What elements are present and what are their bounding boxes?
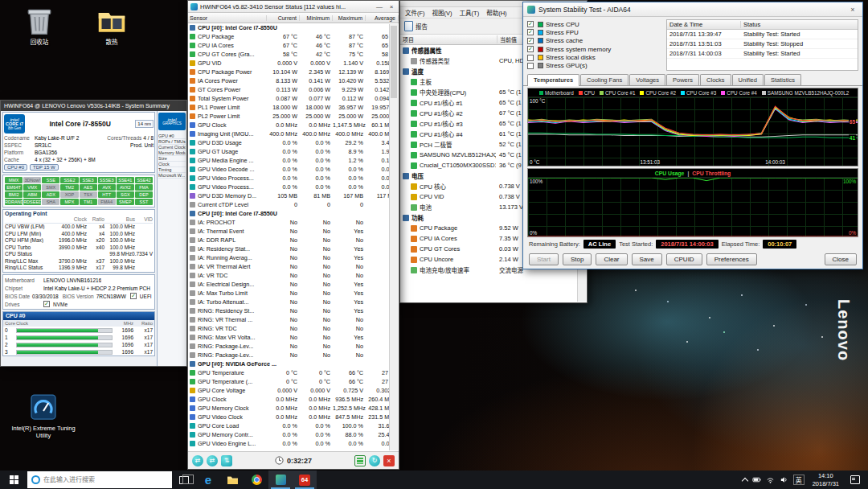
close-test-button[interactable]: Close	[825, 253, 857, 265]
sensor-row[interactable]: RING: Package-Lev...NoNoNo	[190, 351, 399, 360]
tab-temperatures[interactable]: Temperatures	[527, 74, 579, 86]
taskbar-app-aida64[interactable]	[268, 471, 293, 489]
minimize-button[interactable]: —	[375, 3, 384, 10]
tab-voltages[interactable]: Voltages	[629, 74, 665, 85]
preferences-button[interactable]: Preferences	[706, 253, 757, 265]
desktop-icon-recycle-bin[interactable]: 回收站	[6, 5, 72, 46]
taskbar-app-edge[interactable]: e	[196, 471, 220, 489]
sensor-row[interactable]: CPU Package Power10.104 W2.345 W12.139 W…	[190, 68, 399, 76]
tab-clocks[interactable]: Clocks	[700, 74, 731, 85]
col-datetime[interactable]: Date & Time	[667, 21, 741, 28]
scrollbar-thumb[interactable]	[391, 26, 397, 98]
sensor-group-header[interactable]: CPU [#0]: Intel Core i7-8550U	[190, 209, 399, 218]
taskbar-app-browser[interactable]	[244, 471, 268, 489]
sensor-row[interactable]: RING: Max VR Volta...NoNoYes	[190, 333, 399, 342]
taskbar-clock[interactable]: 14:10 2018/7/31	[809, 472, 842, 488]
menu-item[interactable]: 工具(T)	[460, 8, 480, 17]
sensor-row[interactable]: RING: Package-Lev...NoNoNo	[190, 342, 399, 351]
tab-cooling-fans[interactable]: Cooling Fans	[580, 74, 628, 85]
sensor-row[interactable]: GPU D3D Usage0.0 %0.0 %29.2 %3.4 %	[190, 138, 399, 147]
uefi-checkbox[interactable]	[130, 293, 137, 299]
log-row[interactable]: 2018/7/31 13:51:03Stability Test: Stoppe…	[667, 39, 858, 49]
sensor-row[interactable]: GPU Video Process...0.0 %0.0 %0.0 %0.0 %	[190, 174, 399, 183]
col-average[interactable]: Average	[366, 15, 399, 21]
sensor-row[interactable]: RING: Residency St...NoNoYes	[190, 306, 399, 315]
taskbar-search[interactable]	[27, 471, 172, 488]
next-page-icon[interactable]	[207, 455, 218, 466]
cpuid-button[interactable]: CPUID	[666, 253, 702, 265]
sensor-row[interactable]: RING: VR Thermal ...NoNoNo	[190, 315, 399, 324]
col-current[interactable]: Current	[267, 15, 300, 21]
sensor-window-titlebar[interactable]: HWiNFO64 v5.82-3410 Sensor Status [112 v…	[188, 1, 399, 13]
task-view-button[interactable]	[172, 471, 196, 489]
notification-center-icon[interactable]	[850, 475, 860, 484]
checkbox[interactable]	[527, 29, 534, 35]
stability-titlebar[interactable]: System Stability Test - AIDA64 ×	[523, 2, 862, 17]
sensor-row[interactable]: IA Cores Power8.133 W0.141 W10.420 W5.53…	[190, 76, 399, 85]
stress-item[interactable]: Stress FPU	[527, 28, 662, 36]
col-minimum[interactable]: Minimum	[300, 15, 333, 21]
taskbar-app-hwinfo64[interactable]: 64	[293, 471, 317, 489]
stop-button[interactable]: Stop	[563, 253, 592, 265]
start-button[interactable]	[0, 471, 27, 489]
sensor-row[interactable]: GPU VID0.000 V0.000 V1.140 V0.158 V	[190, 59, 399, 68]
sensor-row[interactable]: GPU Temperature (...0 °C0 °C66 °C27 °C	[190, 377, 399, 386]
sensor-row[interactable]: GPU Video Process...0.0 %0.0 %0.0 %0.0 %	[190, 183, 399, 191]
sensor-row[interactable]: GPU Media Engine ...0.0 %0.0 %1.2 %0.1 %	[190, 156, 399, 165]
sensor-row[interactable]: IA: PROCHOTNoNoNo	[190, 218, 399, 227]
stress-item[interactable]: Stress local disks	[527, 54, 662, 62]
start-button[interactable]: Start	[529, 253, 559, 265]
sensor-row[interactable]: RING: VR TDCNoNoNo	[190, 324, 399, 333]
sensor-row[interactable]: GPU Memory Clock0.0 MHz0.0 MHz1,252.5 MH…	[190, 404, 399, 413]
sensor-row[interactable]: GPU D3D Memory D...105 MB81 MB167 MB117 …	[190, 191, 399, 200]
close-button[interactable]: ×	[847, 6, 858, 14]
sensor-row[interactable]: CPU Package67 °C46 °C87 °C65 °C	[190, 32, 399, 41]
nvme-checkbox[interactable]	[43, 301, 50, 307]
checkbox[interactable]	[527, 38, 534, 44]
sensor-row[interactable]: Total System Power0.087 W0.077 W0.112 W0…	[190, 94, 399, 103]
sensor-row[interactable]: CPU GT Cores (Gra...58 °C42 °C75 °C58 °C	[190, 50, 399, 59]
sensor-row[interactable]: GT Cores Power0.113 W0.006 W9.229 W0.142…	[190, 85, 399, 94]
sensor-row[interactable]: PL2 Power Limit25.000 W25.000 W25.000 W2…	[190, 112, 399, 121]
sensor-row[interactable]: IA: Max Turbo LimitNoNoYes	[190, 289, 399, 298]
stress-item[interactable]: Stress system memory	[527, 45, 662, 53]
hidden-icons-chevron[interactable]	[741, 477, 747, 483]
reset-values-icon[interactable]	[354, 455, 366, 466]
report-button[interactable]: 报告	[416, 22, 428, 31]
menu-item[interactable]: 视图(V)	[432, 8, 452, 17]
sensor-row[interactable]: Current cTDP Level0000	[190, 200, 399, 209]
desktop-icon-intel-xtu[interactable]: Intel(R) Extreme Tuning Utility	[5, 391, 82, 439]
sensor-row[interactable]: Imaging Unit (IMGU...400.0 MHz400.0 MHz4…	[190, 129, 399, 138]
checkbox[interactable]	[527, 46, 534, 52]
sort-icon[interactable]	[221, 455, 232, 466]
search-input[interactable]	[43, 476, 168, 483]
sensor-row[interactable]: GPU Video Decode ...0.0 %0.0 %0.0 %0.0 %	[190, 165, 399, 174]
network-icon[interactable]	[766, 475, 775, 484]
sensor-row[interactable]: GPU Video Engine L...0.0 %0.0 %0.0 %0.0 …	[190, 439, 399, 448]
checkbox[interactable]	[527, 21, 534, 27]
sensor-row[interactable]: GPU Temperature0 °C0 °C66 °C27 °C	[190, 368, 399, 377]
checkbox[interactable]	[527, 63, 534, 69]
log-row[interactable]: 2018/7/31 14:00:03Stability Test: Starte…	[667, 49, 858, 59]
sensor-group-header[interactable]: GPU [#0]: NVIDIA GeForce ...	[190, 360, 399, 368]
taskbar-app-explorer[interactable]	[220, 471, 244, 489]
col-sensor[interactable]: Sensor	[190, 15, 267, 21]
stress-item[interactable]: Stress cache	[527, 37, 662, 45]
sensor-row[interactable]: IA: VR TDCNoNoNo	[190, 271, 399, 280]
save-button[interactable]: Save	[632, 253, 662, 265]
menu-item[interactable]: 帮助(H)	[486, 8, 506, 17]
close-button[interactable]: ×	[387, 3, 396, 10]
refresh-icon[interactable]	[369, 455, 380, 466]
battery-icon[interactable]	[752, 475, 761, 484]
col-status[interactable]: Status	[741, 21, 858, 28]
sensor-row[interactable]: IA: DDR RAPLNoNoNo	[190, 236, 399, 244]
desktop-icon-folder[interactable]: 散热	[79, 5, 145, 46]
summary-window-titlebar[interactable]: HWINFO64 @ LENOVO Lenovo V530s-14IKB - S…	[1, 101, 186, 111]
menu-item[interactable]: 文件(F)	[405, 8, 425, 17]
sensor-row[interactable]: GPU Core Voltage0.000 V0.000 V0.725 V0.3…	[190, 386, 399, 395]
sensor-row[interactable]: IA: Electrical Design...NoNoYes	[190, 280, 399, 289]
sensor-row[interactable]: GPU Clock0.0 MHz0.0 MHz936.5 MHz260.4 MH…	[190, 395, 399, 404]
volume-icon[interactable]	[780, 475, 788, 484]
tab-statistics[interactable]: Statistics	[764, 74, 801, 85]
sensor-row[interactable]: IA: Thermal EventNoNoYes	[190, 227, 399, 236]
